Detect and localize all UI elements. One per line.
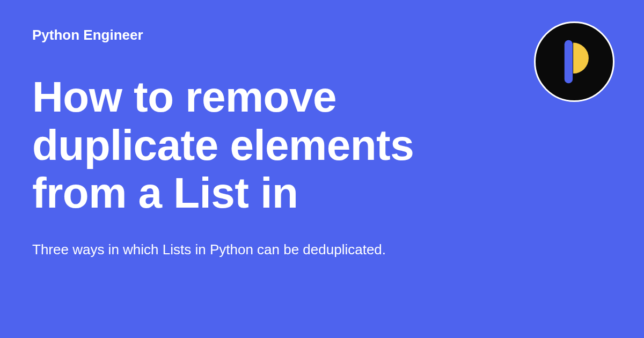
page-subtitle: Three ways in which Lists in Python can … [32,241,612,258]
site-name: Python Engineer [32,27,612,43]
logo-icon [534,21,614,102]
svg-rect-0 [565,40,573,84]
page-title: How to remove duplicate elements from a … [32,73,515,217]
